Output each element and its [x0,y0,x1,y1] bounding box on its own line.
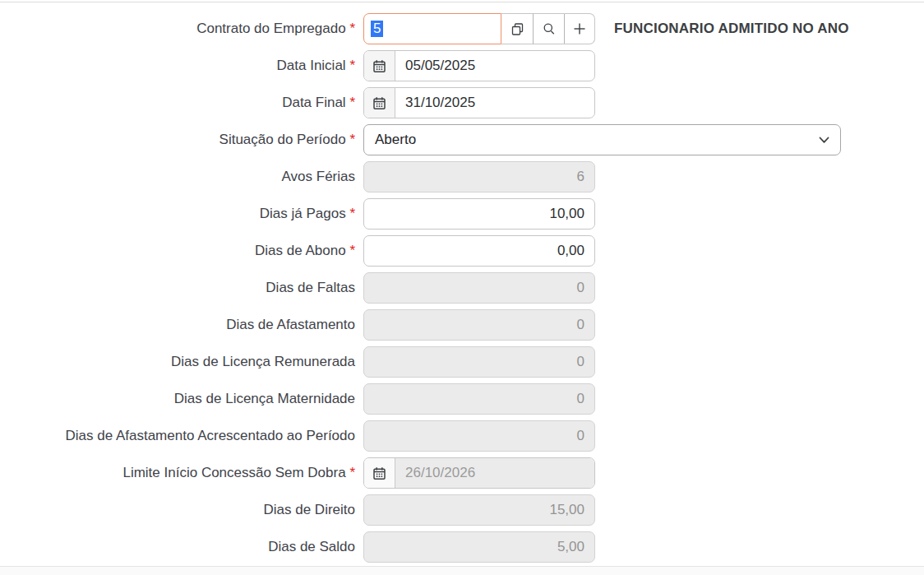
search-icon [543,22,556,35]
calendar-icon [372,466,386,480]
calendar-icon [372,96,386,110]
contract-lookup-group: 5 [363,13,595,44]
entitled-days-input [363,494,595,526]
absence-days-input [363,272,595,304]
field-label: Dias de Faltas [0,280,363,296]
leave-days-added-input [363,420,595,452]
row-allowance-days: Dias de Abono * [0,235,849,267]
allowance-days-input[interactable] [363,235,595,267]
row-absence-days: Dias de Faltas [0,272,849,304]
field-label: Dias de Afastamento Acrescentado ao Perí… [0,428,363,444]
field-label: Dias já Pagos * [0,206,363,222]
field-label: Data Inicial * [0,58,363,74]
row-grant-start-limit: Limite Início Concessão Sem Dobra * [0,457,849,489]
selected-text: 5 [371,21,383,37]
employee-note: FUNCIONARIO ADMITIDO NO ANO [614,21,849,37]
field-label: Situação do Período * [0,132,363,148]
grant-start-limit-input: 26/10/2026 [395,458,594,488]
search-button[interactable] [533,13,564,44]
required-asterisk: * [349,206,355,221]
add-button[interactable] [564,13,595,44]
row-period-status: Situação do Período * Aberto [0,124,849,155]
start-date-group: 05/05/2025 [363,50,595,81]
maternity-leave-days-input [363,383,595,415]
field-label: Dias de Direito [0,502,363,518]
start-date-calendar-button[interactable] [364,51,395,81]
copy-icon [511,22,524,36]
row-contract: Contrato do Empregado * 5 [0,13,849,44]
end-date-group: 31/10/2025 [363,87,595,118]
leave-days-input [363,309,595,341]
vacation-twelfths-input [363,161,595,192]
days-already-paid-input[interactable] [363,198,595,230]
paid-leave-days-input [363,346,595,378]
row-leave-days: Dias de Afastamento [0,309,849,341]
required-asterisk: * [349,21,355,36]
row-start-date: Data Inicial * 05/05/2025 [0,50,849,81]
end-date-input[interactable]: 31/10/2025 [395,88,594,118]
vacation-period-form: Contrato do Empregado * 5 [0,13,849,568]
chevron-down-icon [819,137,829,144]
field-label: Dias de Licença Remunerada [0,354,363,370]
required-asterisk: * [349,132,355,147]
row-balance-days: Dias de Saldo [0,531,849,563]
required-asterisk: * [349,243,355,258]
required-asterisk: * [349,58,355,73]
row-maternity-leave-days: Dias de Licença Maternidade [0,383,849,415]
field-label: Data Final * [0,95,363,111]
row-days-already-paid: Dias já Pagos * [0,198,849,230]
field-label: Contrato do Empregado * [0,21,363,37]
end-date-calendar-button[interactable] [364,88,395,118]
row-leave-days-added: Dias de Afastamento Acrescentado ao Perí… [0,420,849,452]
field-label: Avos Férias [0,169,363,185]
field-label: Dias de Saldo [0,539,363,555]
grant-start-limit-calendar-button [364,458,395,488]
period-status-select[interactable]: Aberto [363,124,841,155]
required-asterisk: * [349,465,355,480]
bottom-divider [0,566,924,575]
plus-icon [573,22,586,35]
start-date-input[interactable]: 05/05/2025 [395,51,594,81]
required-asterisk: * [349,95,355,110]
calendar-icon [372,59,386,73]
row-paid-leave-days: Dias de Licença Remunerada [0,346,849,378]
field-label: Dias de Afastamento [0,317,363,333]
row-end-date: Data Final * 31/10/2025 [0,87,849,118]
row-entitled-days: Dias de Direito [0,494,849,526]
selected-option: Aberto [375,132,416,148]
grant-start-limit-group: 26/10/2026 [363,457,595,489]
copy-button[interactable] [501,13,533,44]
balance-days-input [363,531,595,563]
contract-input[interactable]: 5 [363,13,501,44]
top-divider [0,2,924,2]
field-label: Dias de Abono * [0,243,363,259]
field-label: Dias de Licença Maternidade [0,391,363,407]
field-label: Limite Início Concessão Sem Dobra * [0,465,363,481]
row-vacation-twelfths: Avos Férias [0,161,849,192]
